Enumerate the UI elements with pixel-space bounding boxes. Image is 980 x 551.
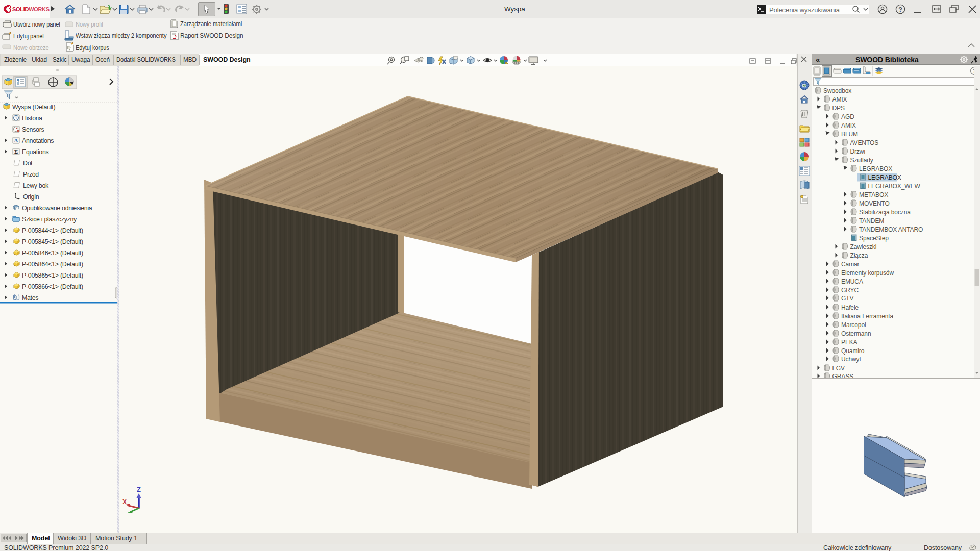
svg-text:Złącza: Złącza	[850, 252, 868, 259]
svg-text:Marcopol: Marcopol	[841, 321, 866, 329]
svg-text:Stabilizacja boczna: Stabilizacja boczna	[859, 209, 911, 216]
svg-text:TANDEM: TANDEM	[859, 217, 884, 224]
svg-text:LEGRABOX_WEW: LEGRABOX_WEW	[868, 183, 921, 190]
svg-text:PEKA: PEKA	[841, 339, 857, 346]
svg-text:Quamiro: Quamiro	[841, 347, 865, 355]
svg-text:GTV: GTV	[841, 295, 853, 302]
svg-text:?: ?	[898, 6, 902, 13]
svg-text:Szuflady: Szuflady	[850, 157, 873, 164]
svg-text:AMIX: AMIX	[841, 122, 856, 129]
svg-text:Italiana Ferramenta: Italiana Ferramenta	[841, 313, 894, 320]
svg-text:DPS: DPS	[832, 105, 845, 112]
svg-text:GRYC: GRYC	[841, 287, 859, 294]
svg-text:EMUCA: EMUCA	[841, 278, 863, 285]
svg-text:AVENTOS: AVENTOS	[850, 139, 879, 146]
svg-text:Elementy korpusów: Elementy korpusów	[841, 269, 894, 277]
svg-text:AGD: AGD	[841, 113, 854, 120]
svg-text:Ostermann: Ostermann	[841, 330, 871, 337]
svg-text:SOLIDWORKS: SOLIDWORKS	[12, 6, 50, 12]
svg-text:MOVENTO: MOVENTO	[859, 200, 890, 207]
svg-text:X: X	[122, 498, 127, 506]
svg-text:METABOX: METABOX	[859, 191, 888, 198]
svg-text:Hafele: Hafele	[841, 304, 859, 311]
svg-text:Drzwi: Drzwi	[850, 148, 866, 155]
svg-text:LEGRABOX: LEGRABOX	[859, 165, 892, 172]
svg-text:TANDEMBOX ANTARO: TANDEMBOX ANTARO	[859, 226, 923, 233]
svg-text:FGV: FGV	[832, 365, 845, 372]
svg-text:LEGRABOX: LEGRABOX	[868, 174, 901, 181]
svg-text:Z: Z	[137, 486, 141, 493]
svg-text:SpaceStep: SpaceStep	[859, 235, 889, 242]
svg-text:Zawieszki: Zawieszki	[850, 243, 877, 251]
svg-text:BLUM: BLUM	[841, 131, 858, 138]
svg-text:Uchwyt: Uchwyt	[841, 356, 862, 363]
svg-text:AMIX: AMIX	[832, 96, 847, 103]
svg-text:Camar: Camar	[841, 261, 860, 268]
svg-text:Swoodbox: Swoodbox	[823, 87, 851, 94]
